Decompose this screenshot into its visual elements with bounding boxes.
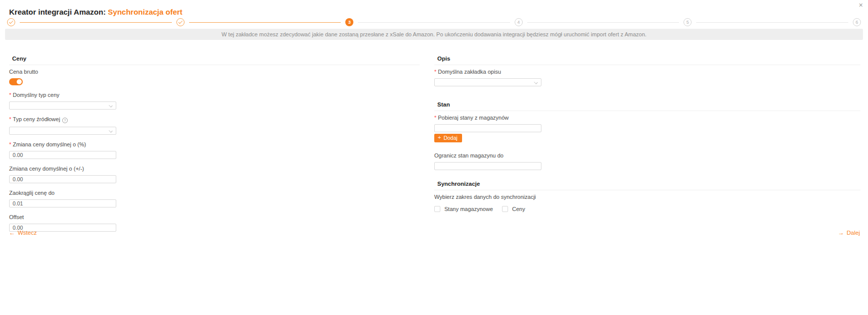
checkbox-ceny[interactable]: Ceny — [502, 206, 525, 212]
question-circle-icon[interactable] — [62, 118, 68, 123]
add-warehouse-button[interactable]: Dodaj — [434, 134, 462, 142]
step-6[interactable]: 6 — [853, 18, 861, 26]
chevron-down-icon — [534, 80, 538, 84]
default-price-type-label: Domyślny typ ceny — [13, 92, 59, 98]
round-price-field: Zaokrąglij cenę do — [9, 190, 433, 207]
step-4[interactable]: 4 — [515, 18, 523, 26]
wizard-steps: 3 4 5 6 — [7, 18, 861, 26]
source-price-type-label: Typ ceny źródłowej — [13, 116, 60, 122]
sync-description: Wybierz zakres danych do synchronizacji — [434, 194, 860, 200]
required-mark: * — [434, 115, 436, 121]
round-price-label: Zaokrąglij cenę do — [9, 190, 433, 196]
step-connector — [527, 22, 679, 23]
description-tab-label: Domyślna zakładka opisu — [438, 69, 501, 75]
warehouses-field: *Pobieraj stany z magazynów Dodaj — [434, 115, 860, 142]
gross-price-toggle[interactable] — [9, 78, 23, 85]
offset-label: Offset — [9, 214, 433, 220]
gross-price-field: Cena brutto — [9, 69, 433, 85]
step-connector — [696, 22, 848, 23]
close-icon[interactable]: × — [859, 2, 863, 9]
back-button-label: Wstecz — [18, 230, 37, 236]
source-price-type-field: *Typ ceny źródłowej — [9, 116, 433, 135]
description-tab-select[interactable] — [434, 78, 541, 86]
price-change-abs-label: Zmiana ceny domyślnej o (+/-) — [9, 166, 433, 172]
required-mark: * — [9, 116, 11, 122]
section-heading-ceny: Ceny — [9, 52, 420, 65]
description-tab-field: *Domyślna zakładka opisu — [434, 69, 860, 86]
price-change-percent-label: Zmiana ceny domyślnej o (%) — [13, 141, 86, 147]
plus-icon — [438, 135, 441, 140]
next-button[interactable]: → Dalej — [838, 230, 860, 236]
check-icon — [178, 20, 182, 24]
arrow-right-icon: → — [838, 230, 844, 236]
step-2[interactable] — [176, 18, 185, 26]
sync-checkbox-row: Stany magazynowe Ceny — [434, 206, 860, 212]
checkbox-label[interactable]: Ceny — [512, 206, 525, 212]
source-price-type-select[interactable] — [9, 127, 116, 135]
section-heading-stan: Stan — [434, 98, 860, 111]
step-connector — [358, 22, 510, 23]
back-button[interactable]: ← Wstecz — [9, 230, 37, 236]
gross-price-label: Cena brutto — [9, 69, 433, 75]
info-banner-text: W tej zakładce możesz zdecydować jakie d… — [221, 31, 647, 37]
next-button-label: Dalej — [847, 230, 860, 236]
page-title: Kreator integracji Amazon: Synchronizacj… — [9, 8, 182, 16]
price-change-percent-input[interactable] — [9, 151, 116, 159]
default-price-type-field: *Domyślny typ ceny — [9, 92, 433, 110]
required-mark: * — [9, 141, 11, 147]
toggle-knob — [17, 79, 22, 84]
required-mark: * — [9, 92, 11, 98]
step-connector — [20, 22, 172, 23]
checkbox-stany-magazynowe[interactable]: Stany magazynowe — [434, 206, 493, 212]
warehouses-input[interactable] — [434, 124, 541, 132]
warehouses-label: Pobieraj stany z magazynów — [438, 115, 509, 121]
right-column: Opis *Domyślna zakładka opisu Stan *Pobi… — [433, 52, 860, 238]
price-change-abs-field: Zmiana ceny domyślnej o (+/-) — [9, 166, 433, 183]
step-connector — [189, 22, 341, 23]
arrow-left-icon: ← — [9, 230, 15, 236]
offset-field: Offset — [9, 214, 433, 232]
add-button-label: Dodaj — [443, 135, 457, 141]
stock-limit-field: Ogranicz stan magazynu do — [434, 152, 860, 170]
section-heading-opis: Opis — [434, 52, 860, 65]
info-banner: W tej zakładce możesz zdecydować jakie d… — [5, 29, 863, 40]
chevron-down-icon — [109, 129, 113, 133]
prices-column: Ceny Cena brutto *Domyślny typ ceny *Typ… — [8, 52, 433, 238]
price-change-abs-input[interactable] — [9, 175, 116, 183]
checkbox-icon[interactable] — [502, 206, 508, 212]
check-icon — [9, 20, 13, 24]
wizard-content: Ceny Cena brutto *Domyślny typ ceny *Typ… — [8, 52, 860, 238]
stock-limit-label: Ogranicz stan magazynu do — [434, 152, 860, 159]
required-mark: * — [434, 69, 436, 75]
chevron-down-icon — [109, 103, 113, 108]
round-price-input[interactable] — [9, 199, 116, 207]
step-3[interactable]: 3 — [345, 18, 353, 26]
price-change-percent-field: *Zmiana ceny domyślnej o (%) — [9, 141, 433, 159]
section-heading-synchronizacje: Synchronizacje — [434, 178, 860, 190]
step-5[interactable]: 5 — [683, 18, 692, 26]
page-title-highlight: Synchronizacja ofert — [108, 8, 182, 16]
default-price-type-select[interactable] — [9, 101, 116, 110]
step-1[interactable] — [7, 18, 15, 26]
checkbox-label[interactable]: Stany magazynowe — [444, 206, 493, 212]
page-title-prefix: Kreator integracji Amazon: — [9, 8, 106, 16]
stock-limit-input[interactable] — [434, 162, 541, 170]
checkbox-icon[interactable] — [434, 206, 440, 212]
